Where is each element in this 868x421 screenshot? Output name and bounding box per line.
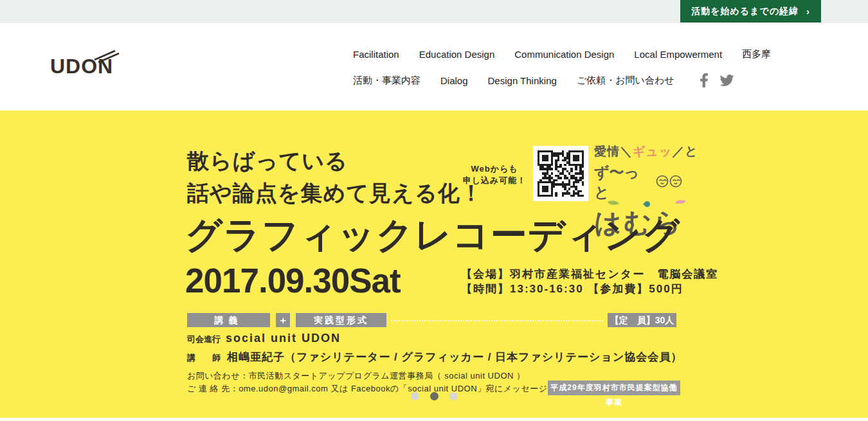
main-nav-row1: Facilitation Education Design Communicat… <box>353 48 771 60</box>
site-header: UDON Facilitation Education Design Commu… <box>0 23 868 111</box>
lecturer-row: 講 師 相嶋亜紀子（ファシリテーター / グラフィッカー / 日本ファシリテーシ… <box>187 350 682 364</box>
web-apply-note-line2: 申し込み可能！ <box>459 175 530 186</box>
hero-catch-copy: 散らばっている 話や論点を集めて見える化！ <box>187 145 483 209</box>
hero-catch-line1: 散らばっている <box>187 145 483 177</box>
carousel-dot-2-active[interactable] <box>430 392 439 400</box>
chopsticks-icon <box>93 45 120 69</box>
qr-code <box>533 146 588 201</box>
hamura-logo-line1: 愛情＼ギュッ／と <box>594 143 684 160</box>
web-apply-note-line1: Webからも <box>459 163 530 175</box>
hamura-line2-text: ず〜っと <box>594 163 652 202</box>
history-cta-button[interactable]: 活動を始めるまでの経緯 › <box>680 0 821 22</box>
dotted-divider <box>391 320 603 321</box>
nav-design-thinking[interactable]: Design Thinking <box>488 75 557 86</box>
lecturer-label: 講 師 <box>187 352 221 364</box>
nav-dialog[interactable]: Dialog <box>440 75 468 86</box>
nav-education-design[interactable]: Education Design <box>419 49 495 60</box>
chevron-right-icon: › <box>806 6 810 17</box>
event-venue: 【会場】羽村市産業福祉センター 電脳会議室 <box>461 267 718 282</box>
practice-badge: 実践型形式 <box>296 313 386 327</box>
hamura-line1-gyu: ギュッ <box>633 145 672 158</box>
carousel-dots <box>0 392 868 400</box>
mc-value: social unit UDON <box>226 332 341 345</box>
hamura-line1-post: ／と <box>672 145 698 158</box>
social-links <box>700 73 735 87</box>
mc-row: 司会進行 social unit UDON <box>187 332 341 345</box>
carousel-dot-3[interactable] <box>449 392 458 400</box>
nav-nishitama[interactable]: 西多摩 <box>742 48 771 60</box>
nav-facilitation[interactable]: Facilitation <box>353 49 399 60</box>
nav-local-empowerment[interactable]: Local Empowerment <box>634 49 722 60</box>
hamura-line1-pre: 愛情＼ <box>594 145 633 158</box>
capacity-badge: 【定 員】30人 <box>608 313 676 327</box>
event-venue-block: 【会場】羽村市産業福祉センター 電脳会議室 【時間】13:30-16:30 【参… <box>461 267 718 296</box>
lecturer-value: 相嶋亜紀子（ファシリテーター / グラフィッカー / 日本ファシリテーション協会… <box>227 350 682 364</box>
carousel-dot-1[interactable] <box>411 392 419 400</box>
hamura-logo-line2: ず〜っと <box>594 163 684 202</box>
contact-line1: お問い合わせ：市民活動スタートアッププログラム運営事務局（ social uni… <box>187 370 525 382</box>
hero-banner: 散らばっている 話や論点を集めて見える化！ Webからも 申し込み可能！ 愛情＼… <box>0 111 868 418</box>
mc-label: 司会進行 <box>187 334 221 345</box>
udon-logo[interactable]: UDON <box>50 55 113 78</box>
twitter-icon[interactable] <box>719 73 735 87</box>
main-nav-row2: 活動・事業内容 Dialog Design Thinking ご依頼・お問い合わ… <box>353 73 735 87</box>
hero-catch-line2: 話や論点を集めて見える化！ <box>187 177 483 209</box>
facebook-icon[interactable] <box>700 73 709 87</box>
web-apply-note: Webからも 申し込み可能！ <box>459 163 530 186</box>
plus-badge: ＋ <box>276 313 290 327</box>
page: 活動を始めるまでの経緯 › UDON Facilitation Educatio… <box>0 0 868 421</box>
smiley-faces-icon <box>655 174 684 192</box>
nav-contact[interactable]: ご依頼・お問い合わせ <box>577 75 674 87</box>
event-title: グラフィックレコーディング <box>185 211 680 260</box>
lecture-badge: 講義 <box>187 313 270 327</box>
nav-activities[interactable]: 活動・事業内容 <box>353 75 420 87</box>
history-cta-label: 活動を始めるまでの経緯 <box>691 6 799 17</box>
event-format-row: 講義 ＋ 実践型形式 【定 員】30人 <box>0 313 868 327</box>
event-date: 2017.09.30Sat <box>185 261 401 300</box>
event-time-fee: 【時間】13:30-16:30 【参加費】500円 <box>461 282 718 296</box>
nav-communication-design[interactable]: Communication Design <box>514 49 614 60</box>
